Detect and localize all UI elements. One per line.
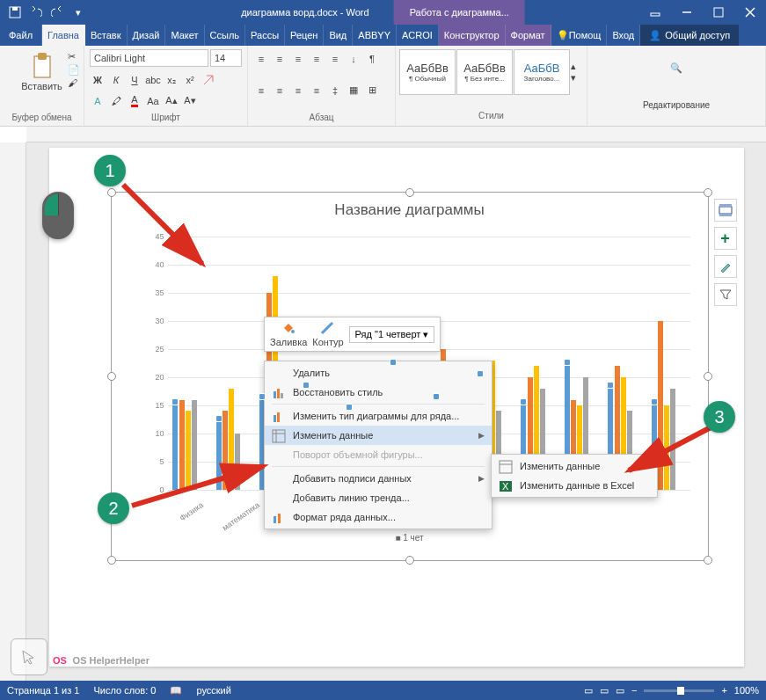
svg-rect-11	[274, 391, 276, 398]
maximize-icon[interactable]	[703, 0, 734, 25]
view-web-icon[interactable]: ▭	[616, 685, 624, 696]
sub-edit-data[interactable]: Изменить данные	[492, 456, 657, 476]
chart-legend[interactable]: ■ 1 чет	[395, 533, 423, 543]
fill-button[interactable]: Заливка	[270, 321, 307, 347]
italic-button[interactable]: К	[108, 72, 124, 88]
view-print-icon[interactable]: ▭	[600, 685, 609, 696]
sort-icon[interactable]: ↓	[346, 51, 361, 67]
redo-icon[interactable]	[47, 3, 67, 22]
chart-filters-icon[interactable]	[714, 283, 737, 306]
highlight-icon[interactable]: 🖍	[108, 93, 124, 109]
ctx-delete[interactable]: Удалить	[265, 363, 492, 383]
borders-icon[interactable]: ⊞	[364, 83, 380, 98]
layout-options-icon[interactable]	[714, 199, 737, 222]
status-wordcount[interactable]: Число слов: 0	[93, 685, 156, 696]
tab-acrobat[interactable]: ACROI	[397, 25, 439, 46]
shrink-font-icon[interactable]: A▾	[182, 93, 198, 109]
svg-point-10	[291, 330, 295, 333]
numbering-icon[interactable]: ≡	[272, 51, 288, 67]
align-right-icon[interactable]: ≡	[290, 83, 306, 98]
tab-file[interactable]: Файл	[0, 25, 42, 46]
text-effects-icon[interactable]: A	[90, 93, 106, 109]
tab-review[interactable]: Рецен	[285, 25, 324, 46]
style-heading[interactable]: АаБбВЗаголово...	[514, 49, 570, 95]
outline-button[interactable]: Контур	[312, 321, 343, 347]
cut-icon[interactable]: ✂	[68, 51, 80, 62]
mouse-overlay-icon	[42, 192, 74, 239]
align-center-icon[interactable]: ≡	[272, 83, 288, 98]
zoom-level[interactable]: 100%	[734, 685, 759, 696]
ctx-edit-data[interactable]: Изменить данные▶	[265, 426, 492, 445]
tab-abbyy[interactable]: ABBYY	[353, 25, 397, 46]
minimize-icon[interactable]	[671, 0, 703, 25]
ctx-reset-style[interactable]: Восстановить стиль	[265, 383, 492, 402]
tab-view[interactable]: Вид	[324, 25, 353, 46]
find-icon[interactable]: 🔍	[670, 62, 682, 74]
zoom-slider[interactable]	[644, 689, 714, 692]
format-painter-icon[interactable]: 🖌	[68, 77, 80, 88]
tab-constructor[interactable]: Конструктор	[439, 25, 506, 46]
indent-dec-icon[interactable]: ≡	[309, 51, 325, 67]
show-marks-icon[interactable]: ¶	[364, 51, 380, 67]
superscript-button[interactable]: x²	[182, 72, 198, 88]
tab-home[interactable]: Главна	[42, 25, 85, 46]
ruler-horizontal[interactable]	[26, 127, 766, 142]
styles-more-icon[interactable]: ▴▾	[571, 49, 576, 95]
tab-references[interactable]: Ссыль	[205, 25, 246, 46]
subscript-button[interactable]: x₂	[164, 72, 179, 88]
series-combo[interactable]: Ряд "1 четверт ▾	[349, 326, 435, 343]
tab-format[interactable]: Формат	[506, 25, 551, 46]
bold-button[interactable]: Ж	[90, 72, 106, 88]
chart-styles-icon[interactable]	[714, 255, 737, 278]
group-font: Calibri Light 14 Ж К Ч abc x₂ x² A 🖍 A A…	[84, 46, 248, 126]
svg-rect-20	[278, 514, 281, 523]
status-language[interactable]: русский	[196, 685, 230, 696]
align-left-icon[interactable]: ≡	[253, 83, 269, 98]
status-spellcheck-icon[interactable]: 📖	[170, 685, 182, 696]
font-name-combo[interactable]: Calibri Light	[90, 49, 208, 67]
font-color-icon[interactable]: A	[127, 93, 142, 109]
clear-format-icon[interactable]	[201, 72, 216, 88]
ctx-format-series[interactable]: Формат ряда данных...	[265, 507, 492, 527]
svg-rect-16	[273, 430, 285, 442]
multilevel-icon[interactable]: ≡	[290, 51, 306, 67]
save-icon[interactable]	[5, 3, 25, 22]
tab-help[interactable]: 💡 Помощ	[551, 25, 608, 46]
style-no-spacing[interactable]: АаБбВв¶ Без инте...	[456, 49, 513, 95]
ctx-add-trendline[interactable]: Добавить линию тренда...	[265, 488, 492, 507]
ctx-add-data-labels[interactable]: Добавить подписи данных▶	[265, 469, 492, 488]
view-read-icon[interactable]: ▭	[584, 685, 593, 696]
tab-design[interactable]: Дизай	[128, 25, 166, 46]
tab-mailings[interactable]: Рассы	[245, 25, 285, 46]
sub-edit-data-excel[interactable]: XИзменить данные в Excel	[492, 476, 657, 495]
ctx-change-chart-type[interactable]: Изменить тип диаграммы для ряда...	[265, 406, 492, 426]
line-spacing-icon[interactable]: ‡	[327, 83, 343, 98]
status-page[interactable]: Страница 1 из 1	[7, 685, 79, 696]
font-size-combo[interactable]: 14	[210, 49, 242, 67]
tab-insert[interactable]: Вставк	[85, 25, 128, 46]
watermark: OS OS HelperHelper	[11, 638, 150, 675]
ruler-vertical[interactable]	[0, 142, 26, 681]
grow-font-icon[interactable]: A▴	[164, 93, 179, 109]
tab-signin[interactable]: Вход	[607, 25, 640, 46]
zoom-out-icon[interactable]: −	[631, 685, 637, 696]
share-button[interactable]: 👤 Общий доступ	[640, 25, 739, 46]
indent-inc-icon[interactable]: ≡	[327, 51, 343, 67]
bullets-icon[interactable]: ≡	[253, 51, 269, 67]
qat-more-icon[interactable]: ▾	[69, 3, 88, 22]
undo-icon[interactable]	[26, 3, 46, 22]
ribbon-options-icon[interactable]	[639, 0, 671, 25]
zoom-in-icon[interactable]: +	[721, 685, 726, 696]
tab-layout[interactable]: Макет	[165, 25, 204, 46]
close-icon[interactable]	[734, 0, 766, 25]
change-case-icon[interactable]: Aa	[145, 93, 161, 109]
copy-icon[interactable]: 📄	[68, 64, 80, 76]
chart-elements-icon[interactable]: +	[714, 227, 737, 250]
context-menu: Удалить Восстановить стиль Изменить тип …	[264, 361, 492, 529]
underline-button[interactable]: Ч	[127, 72, 142, 88]
strike-button[interactable]: abc	[145, 72, 161, 88]
shading-icon[interactable]: ▦	[346, 83, 361, 98]
justify-icon[interactable]: ≡	[309, 83, 325, 98]
chart-tools-tab[interactable]: Работа с диаграмма...	[394, 0, 525, 25]
style-normal[interactable]: АаБбВв¶ Обычный	[399, 49, 456, 95]
